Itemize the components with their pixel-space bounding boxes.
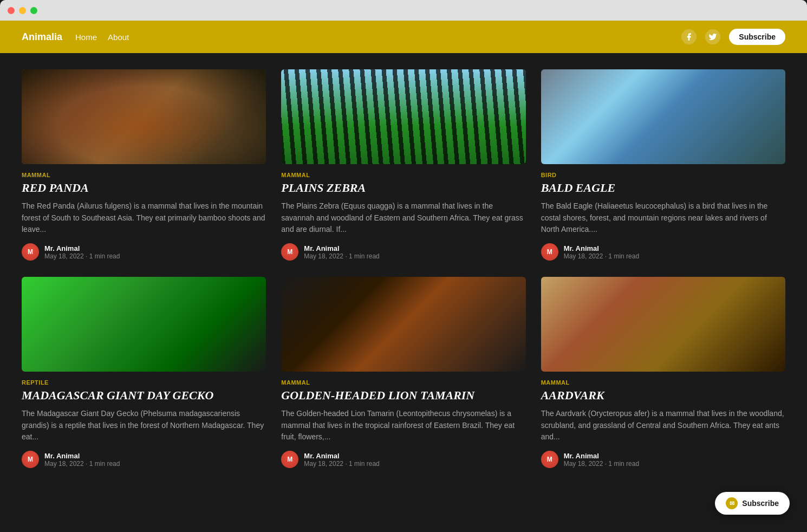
maximize-button[interactable]: [30, 7, 37, 14]
card-category-bald-eagle: BIRD: [541, 172, 785, 178]
author-info-red-panda: Mr. Animal May 18, 2022 · 1 min read: [44, 244, 120, 260]
card-category-tamarin: MAMMAL: [281, 379, 525, 386]
card-tamarin[interactable]: MAMMAL Golden-Headed Lion Tamarin The Go…: [281, 277, 525, 468]
card-plains-zebra[interactable]: MAMMAL Plains Zebra The Plains Zebra (Eq…: [281, 69, 525, 261]
card-author-bald-eagle: M Mr. Animal May 18, 2022 · 1 min read: [541, 243, 785, 261]
card-category-red-panda: MAMMAL: [22, 172, 266, 178]
author-avatar-gecko: M: [22, 451, 39, 468]
card-title-gecko: Madagascar Giant Day Gecko: [22, 388, 266, 403]
facebook-icon[interactable]: [681, 29, 697, 44]
card-bald-eagle[interactable]: BIRD Bald Eagle The Bald Eagle (Haliaeet…: [541, 69, 785, 261]
author-meta-aardvark: May 18, 2022 · 1 min read: [564, 460, 639, 468]
author-name-aardvark: Mr. Animal: [564, 452, 639, 460]
card-author-tamarin: M Mr. Animal May 18, 2022 · 1 min read: [281, 451, 525, 468]
author-name-gecko: Mr. Animal: [44, 452, 120, 460]
nav-about[interactable]: About: [108, 33, 129, 42]
author-info-plains-zebra: Mr. Animal May 18, 2022 · 1 min read: [304, 244, 379, 260]
card-title-tamarin: Golden-Headed Lion Tamarin: [281, 388, 525, 403]
minimize-button[interactable]: [19, 7, 26, 14]
card-image-tamarin: [281, 277, 525, 372]
nav-links: Home About: [75, 33, 681, 42]
cards-grid: MAMMAL Red Panda The Red Panda (Ailurus …: [22, 69, 785, 468]
card-red-panda[interactable]: MAMMAL Red Panda The Red Panda (Ailurus …: [22, 69, 266, 261]
close-button[interactable]: [8, 7, 15, 14]
author-meta-plains-zebra: May 18, 2022 · 1 min read: [304, 252, 379, 260]
card-image-plains-zebra: [281, 69, 525, 164]
author-avatar-bald-eagle: M: [541, 243, 558, 261]
author-name-plains-zebra: Mr. Animal: [304, 244, 379, 252]
card-title-red-panda: Red Panda: [22, 181, 266, 195]
card-category-gecko: REPTILE: [22, 379, 266, 386]
card-image-bald-eagle: [541, 69, 785, 164]
nav-brand[interactable]: Animalia: [22, 31, 62, 43]
author-meta-red-panda: May 18, 2022 · 1 min read: [44, 252, 120, 260]
card-title-bald-eagle: Bald Eagle: [541, 181, 785, 195]
author-avatar-aardvark: M: [541, 451, 558, 468]
card-desc-plains-zebra: The Plains Zebra (Equus quagga) is a mam…: [281, 200, 525, 236]
card-desc-bald-eagle: The Bald Eagle (Haliaeetus leucocephalus…: [541, 200, 785, 236]
navbar: Animalia Home About Subscribe: [0, 21, 807, 53]
card-image-red-panda: [22, 69, 266, 164]
author-meta-gecko: May 18, 2022 · 1 min read: [44, 460, 120, 468]
card-aardvark[interactable]: MAMMAL Aardvark The Aardvark (Orycteropu…: [541, 277, 785, 468]
author-info-tamarin: Mr. Animal May 18, 2022 · 1 min read: [304, 452, 379, 468]
nav-home[interactable]: Home: [75, 33, 97, 42]
author-avatar-plains-zebra: M: [281, 243, 298, 261]
main-content: MAMMAL Red Panda The Red Panda (Ailurus …: [0, 53, 807, 490]
floating-subscribe-label: Subscribe: [742, 499, 779, 508]
card-author-red-panda: M Mr. Animal May 18, 2022 · 1 min read: [22, 243, 266, 261]
author-name-bald-eagle: Mr. Animal: [564, 244, 639, 252]
card-desc-aardvark: The Aardvark (Orycteropus afer) is a mam…: [541, 408, 785, 443]
subscribe-button[interactable]: Subscribe: [729, 29, 785, 45]
card-category-plains-zebra: MAMMAL: [281, 172, 525, 178]
card-desc-tamarin: The Golden-headed Lion Tamarin (Leontopi…: [281, 408, 525, 443]
author-avatar-tamarin: M: [281, 451, 298, 468]
floating-subscribe-icon: ✉: [726, 497, 738, 509]
twitter-icon[interactable]: [705, 29, 720, 44]
card-image-gecko: [22, 277, 266, 372]
card-gecko[interactable]: REPTILE Madagascar Giant Day Gecko The M…: [22, 277, 266, 468]
author-meta-tamarin: May 18, 2022 · 1 min read: [304, 460, 379, 468]
author-info-aardvark: Mr. Animal May 18, 2022 · 1 min read: [564, 452, 639, 468]
card-image-aardvark: [541, 277, 785, 372]
card-desc-gecko: The Madagascar Giant Day Gecko (Phelsuma…: [22, 408, 266, 443]
author-avatar-red-panda: M: [22, 243, 39, 261]
card-author-aardvark: M Mr. Animal May 18, 2022 · 1 min read: [541, 451, 785, 468]
card-author-plains-zebra: M Mr. Animal May 18, 2022 · 1 min read: [281, 243, 525, 261]
card-title-aardvark: Aardvark: [541, 388, 785, 403]
card-author-gecko: M Mr. Animal May 18, 2022 · 1 min read: [22, 451, 266, 468]
author-info-gecko: Mr. Animal May 18, 2022 · 1 min read: [44, 452, 120, 468]
window-chrome: [0, 0, 807, 21]
card-category-aardvark: MAMMAL: [541, 379, 785, 386]
card-desc-red-panda: The Red Panda (Ailurus fulgens) is a mam…: [22, 200, 266, 236]
nav-right: Subscribe: [681, 29, 785, 45]
author-name-tamarin: Mr. Animal: [304, 452, 379, 460]
author-name-red-panda: Mr. Animal: [44, 244, 120, 252]
card-title-plains-zebra: Plains Zebra: [281, 181, 525, 195]
author-info-bald-eagle: Mr. Animal May 18, 2022 · 1 min read: [564, 244, 639, 260]
floating-subscribe-button[interactable]: ✉ Subscribe: [715, 492, 790, 515]
author-meta-bald-eagle: May 18, 2022 · 1 min read: [564, 252, 639, 260]
